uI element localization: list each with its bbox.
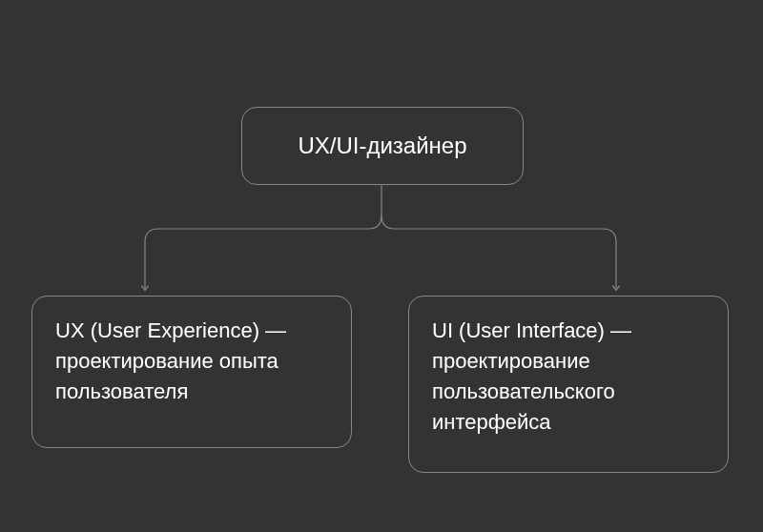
left-node-label: UX (User Experience) — проектирование оп… [55, 316, 328, 407]
right-node-label: UI (User Interface) — проектирование пол… [432, 316, 705, 438]
right-node: UI (User Interface) — проектирование пол… [408, 296, 729, 473]
left-node: UX (User Experience) — проектирование оп… [31, 296, 352, 448]
root-node: UX/UI-дизайнер [241, 107, 524, 185]
diagram-container: UX/UI-дизайнер UX (User Experience) — пр… [0, 0, 763, 532]
root-node-label: UX/UI-дизайнер [298, 133, 466, 159]
